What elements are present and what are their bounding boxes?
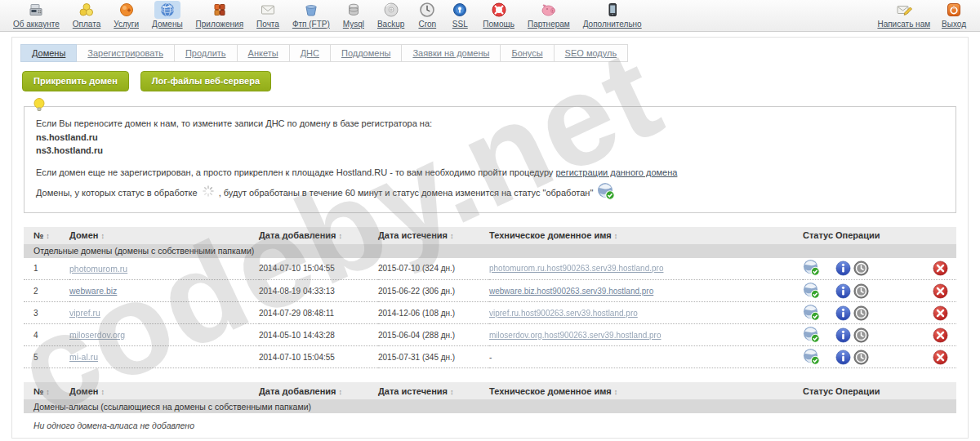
- sort-arrow-icon[interactable]: ↕: [46, 232, 50, 240]
- register-domain-link[interactable]: регистрации данного домена: [555, 167, 677, 177]
- toolbar-item-help[interactable]: Помощь: [476, 1, 521, 29]
- info-icon[interactable]: [835, 261, 851, 276]
- log-files-button[interactable]: Лог-файлы веб-сервера: [140, 71, 271, 91]
- sort-arrow-icon[interactable]: ↕: [46, 388, 50, 396]
- toolbar-item-logout[interactable]: Выход: [936, 1, 972, 29]
- lifebuoy-icon: [489, 1, 509, 19]
- sort-arrow-icon[interactable]: ↕: [339, 388, 343, 396]
- domain-link[interactable]: photomurom.ru: [69, 264, 127, 274]
- col-date-expires-label: Дата истечения: [378, 386, 448, 396]
- delete-icon[interactable]: [933, 305, 948, 321]
- tab-domain-requests[interactable]: Заявки на домены: [402, 44, 501, 62]
- tab-label: Анкеты: [248, 48, 278, 58]
- top-toolbar: Об аккаунте Оплата Услуги Домены Приложе…: [0, 0, 980, 32]
- delete-icon[interactable]: [933, 261, 948, 276]
- tab-bar: Домены Зарегистрировать Продлить Анкеты …: [20, 44, 968, 62]
- sort-header-date-expires[interactable]: Дата истечения ↕: [378, 227, 489, 244]
- toolbar-item-mysql[interactable]: Mysql: [336, 1, 371, 29]
- sort-header-num[interactable]: № ↕: [24, 227, 69, 244]
- toolbar-item-payment[interactable]: Оплата: [66, 1, 107, 29]
- date-added: 2014-08-19 04:33:13: [259, 280, 378, 302]
- ftp-bucket-icon: [301, 1, 321, 19]
- tab-seo-module[interactable]: SEO модуль: [555, 44, 629, 62]
- col-operations-label: Операции: [835, 230, 880, 240]
- toolbar-item-cron[interactable]: Cron: [411, 1, 443, 29]
- delete-icon[interactable]: [933, 350, 948, 365]
- sort-header-date-added[interactable]: Дата добавления ↕: [259, 382, 378, 399]
- delete-icon[interactable]: [933, 283, 948, 299]
- tech-domain-link[interactable]: webware.biz.host900263.serv39.hostland.p…: [489, 287, 653, 296]
- toolbar-item-domains[interactable]: Домены: [145, 1, 189, 29]
- sort-arrow-icon[interactable]: ↕: [450, 232, 454, 240]
- info-icon[interactable]: [835, 327, 851, 343]
- toolbar-item-apps[interactable]: Приложения: [189, 1, 251, 29]
- attach-domain-button[interactable]: Прикрепить домен: [22, 71, 129, 91]
- row-number: 4: [24, 324, 69, 346]
- table-row: 5 mi-al.ru 2014-07-10 15:04:55 2015-07-3…: [24, 346, 956, 368]
- spinner-icon: [202, 185, 215, 202]
- tab-label: Поддомены: [341, 48, 390, 58]
- domain-link[interactable]: vipref.ru: [69, 308, 100, 318]
- sort-arrow-icon[interactable]: ↕: [450, 388, 454, 396]
- toolbar-item-services[interactable]: Услуги: [107, 1, 145, 29]
- status-processed-icon: [803, 358, 820, 367]
- sort-header-domain[interactable]: Домен ↕: [69, 382, 259, 399]
- toolbar-item-ftp[interactable]: Фтп (FTP): [286, 1, 336, 29]
- sort-header-domain[interactable]: Домен ↕: [69, 227, 259, 244]
- delete-icon[interactable]: [933, 327, 948, 343]
- sort-header-tech-name[interactable]: Техническое доменное имя ↕: [489, 382, 803, 399]
- dns-info-box: Если Вы переносите домен к нам, то измен…: [24, 106, 956, 213]
- toolbar-item-ssl[interactable]: SSL: [443, 1, 476, 29]
- info-icon[interactable]: [835, 350, 851, 365]
- sort-arrow-icon[interactable]: ↕: [614, 232, 618, 240]
- sort-header-date-added[interactable]: Дата добавления ↕: [259, 227, 378, 244]
- toolbar-label: SSL: [452, 20, 468, 29]
- power-logout-icon: [944, 1, 964, 19]
- domain-aliases-table: № ↕ Домен ↕ Дата добавления ↕ Дата истеч…: [24, 382, 956, 441]
- domain-link[interactable]: miloserdov.org: [69, 330, 125, 340]
- sort-arrow-icon[interactable]: ↕: [339, 232, 343, 240]
- history-icon[interactable]: [853, 327, 869, 343]
- empty-message-row: Ни одного домена-алиаса не добавлено: [24, 413, 956, 441]
- tab-profiles[interactable]: Анкеты: [238, 44, 290, 62]
- tech-domain-link[interactable]: photomurom.ru.host900263.serv39.hostland…: [489, 264, 663, 273]
- empty-message: Ни одного домена-алиаса не добавлено: [24, 413, 956, 441]
- tab-renew[interactable]: Продлить: [175, 44, 238, 62]
- tech-domain-link[interactable]: miloserdov.org.host900263.serv39.hostlan…: [489, 331, 662, 340]
- toolbar-item-account[interactable]: Об аккаунте: [7, 1, 66, 29]
- table-header-row: № ↕ Домен ↕ Дата добавления ↕ Дата истеч…: [24, 382, 956, 399]
- date-expires: 2015-06-22 (306 дн.): [378, 280, 489, 302]
- col-status-label: Статус: [803, 386, 833, 396]
- sort-header-num[interactable]: № ↕: [24, 382, 69, 399]
- history-icon[interactable]: [853, 283, 869, 299]
- col-tech-name-label: Техническое доменное имя: [489, 386, 612, 396]
- col-domain-label: Домен: [69, 230, 98, 240]
- apps-boxes-icon: [210, 1, 229, 19]
- info-icon[interactable]: [835, 283, 851, 299]
- info-icon[interactable]: [835, 305, 851, 321]
- history-icon[interactable]: [853, 350, 869, 365]
- sort-header-tech-name[interactable]: Техническое доменное имя ↕: [489, 227, 803, 244]
- sort-header-date-expires[interactable]: Дата истечения ↕: [378, 382, 489, 399]
- sort-arrow-icon[interactable]: ↕: [614, 388, 618, 396]
- history-icon[interactable]: [853, 261, 869, 276]
- tab-register[interactable]: Зарегистрировать: [77, 44, 175, 62]
- toolbar-item-extra[interactable]: Дополнительно: [577, 1, 648, 29]
- sort-arrow-icon[interactable]: ↕: [101, 232, 105, 240]
- toolbar-item-backup[interactable]: Backup: [371, 1, 411, 29]
- tech-domain-link[interactable]: vipref.ru.host900263.serv39.hostland.pro: [489, 309, 638, 318]
- toolbar-item-contact-us[interactable]: Написать нам: [871, 1, 936, 29]
- tab-subdomains[interactable]: Поддомены: [331, 44, 402, 62]
- tab-dns[interactable]: ДНС: [290, 44, 331, 62]
- tab-domains[interactable]: Домены: [20, 44, 77, 62]
- domain-link[interactable]: webware.biz: [69, 286, 117, 296]
- domain-link[interactable]: mi-al.ru: [69, 352, 98, 362]
- tab-bonuses[interactable]: Бонусы: [501, 44, 554, 62]
- orange-ball-icon: [117, 1, 136, 19]
- sort-arrow-icon[interactable]: ↕: [101, 388, 105, 396]
- history-icon[interactable]: [853, 305, 869, 321]
- toolbar-item-partners[interactable]: Партнерам: [521, 1, 577, 29]
- nameserver-2: ns3.hostland.ru: [36, 144, 944, 158]
- col-num-label: №: [33, 230, 43, 240]
- toolbar-item-mail[interactable]: Почта: [250, 1, 286, 29]
